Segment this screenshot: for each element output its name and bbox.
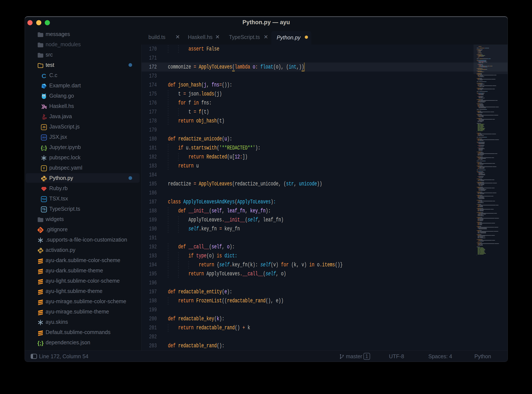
svg-text:{;}: {;} [37, 340, 44, 346]
svg-text:C: C [42, 73, 46, 79]
svg-text:JSX: JSX [42, 136, 46, 139]
svg-text:JS: JS [42, 126, 46, 129]
svg-text:{;}: {;} [41, 145, 47, 151]
svg-text:TSX: TSX [42, 198, 46, 200]
svg-text:TS: TS [42, 208, 45, 211]
svg-text:Y: Y [43, 167, 45, 170]
